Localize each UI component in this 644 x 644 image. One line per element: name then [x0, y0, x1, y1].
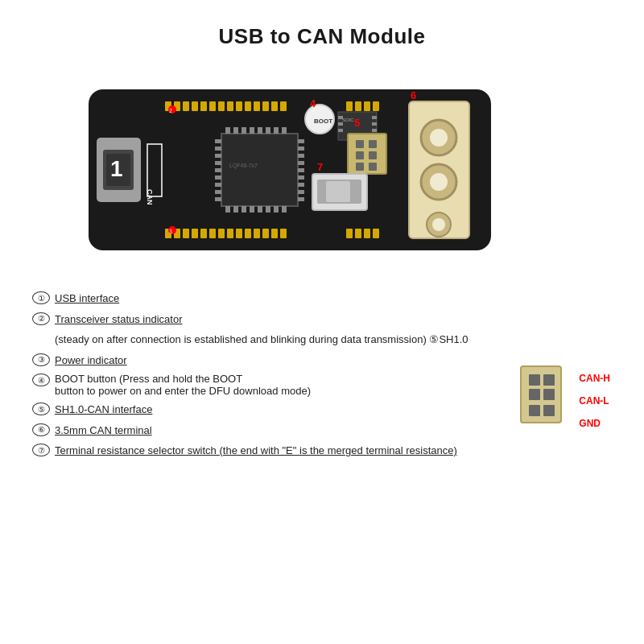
desc-num-6: ⑥ [32, 423, 50, 436]
svg-rect-49 [221, 134, 298, 206]
svg-rect-18 [200, 229, 207, 238]
svg-rect-87 [338, 122, 343, 126]
svg-rect-69 [215, 161, 221, 165]
svg-rect-99 [356, 163, 364, 171]
desc-item-1: ① USB interface [32, 291, 612, 307]
svg-text:4: 4 [310, 97, 316, 109]
svg-rect-97 [356, 151, 364, 159]
svg-point-110 [430, 173, 448, 191]
svg-rect-29 [355, 101, 361, 111]
svg-rect-91 [372, 129, 377, 132]
desc-text-4: BOOT button (Press and hold the BOOT [55, 373, 242, 385]
svg-rect-68 [215, 154, 221, 158]
svg-rect-67 [215, 147, 221, 151]
svg-rect-7 [227, 101, 233, 111]
desc-num-7: ⑦ [32, 444, 50, 456]
svg-rect-2 [183, 101, 189, 111]
svg-rect-59 [233, 206, 238, 213]
svg-rect-90 [372, 122, 377, 126]
svg-rect-62 [258, 206, 262, 213]
svg-rect-23 [245, 229, 251, 238]
svg-rect-5 [209, 101, 216, 111]
svg-rect-30 [364, 101, 370, 111]
svg-rect-102 [317, 180, 361, 204]
svg-rect-64 [274, 206, 279, 213]
svg-rect-89 [372, 116, 377, 119]
svg-rect-79 [298, 168, 304, 172]
svg-rect-103 [326, 181, 350, 202]
svg-rect-118 [529, 405, 540, 416]
svg-rect-27 [280, 229, 287, 238]
svg-rect-40 [147, 144, 162, 196]
svg-rect-50 [225, 127, 230, 134]
desc-item-2-sub: (steady on after connection is establish… [32, 332, 612, 348]
svg-rect-37 [103, 150, 134, 190]
desc-item-4: ④ BOOT button (Press and hold the BOOT b… [32, 373, 612, 397]
svg-rect-100 [369, 163, 377, 171]
svg-rect-19 [209, 229, 216, 238]
sh10-diagram: CAN-H CAN-L GND [519, 365, 564, 427]
svg-rect-31 [373, 101, 379, 111]
desc-num-5: ⑤ [32, 402, 50, 415]
svg-rect-113 [521, 366, 561, 423]
desc-text-2: Transceiver status indicator [55, 312, 612, 328]
desc-item-2: ② Transceiver status indicator [32, 312, 612, 328]
description-section: ① USB interface ② Transceiver status ind… [32, 291, 612, 464]
svg-rect-70 [215, 168, 221, 172]
svg-rect-83 [298, 197, 304, 201]
svg-rect-80 [298, 175, 304, 180]
svg-rect-15 [174, 229, 180, 238]
desc-num-4: ④ [32, 374, 50, 386]
desc-item-7: ⑦ Terminal resistance selector switch (t… [32, 443, 612, 459]
svg-point-111 [427, 213, 451, 237]
svg-rect-32 [346, 229, 353, 238]
svg-rect-88 [338, 129, 343, 132]
svg-text:6: 6 [411, 89, 416, 101]
svg-rect-95 [356, 140, 364, 148]
svg-rect-61 [250, 206, 254, 213]
svg-rect-105 [409, 101, 469, 238]
svg-rect-71 [215, 175, 221, 180]
svg-text:BOOT: BOOT [314, 118, 332, 125]
page-container: USB to CAN Module [0, 0, 644, 644]
svg-rect-114 [529, 374, 540, 386]
svg-point-112 [432, 218, 445, 231]
svg-rect-58 [225, 206, 230, 213]
svg-rect-119 [543, 405, 555, 416]
desc-text-1: USB interface [55, 291, 612, 307]
svg-rect-10 [254, 101, 260, 111]
svg-rect-81 [298, 183, 304, 187]
svg-point-42 [168, 105, 176, 114]
svg-rect-36 [97, 138, 141, 202]
svg-rect-86 [338, 116, 343, 119]
svg-rect-115 [543, 374, 555, 386]
svg-rect-1 [174, 101, 180, 111]
svg-rect-51 [233, 127, 238, 134]
svg-rect-34 [364, 229, 370, 238]
svg-rect-101 [312, 174, 367, 210]
svg-text:SOIC: SOIC [342, 118, 354, 122]
svg-rect-96 [369, 140, 377, 148]
svg-rect-25 [262, 229, 269, 238]
svg-rect-28 [346, 101, 353, 111]
svg-rect-63 [266, 206, 270, 213]
svg-rect-78 [298, 161, 304, 165]
svg-rect-65 [282, 206, 287, 213]
svg-text:5: 5 [354, 117, 360, 129]
svg-rect-93 [348, 134, 386, 174]
svg-rect-4 [200, 101, 207, 111]
svg-rect-57 [282, 127, 287, 134]
svg-rect-6 [218, 101, 225, 111]
svg-rect-54 [258, 127, 262, 134]
svg-rect-73 [215, 190, 221, 194]
sh10-diagram-container: CAN-H CAN-L GND [519, 365, 564, 427]
svg-rect-16 [183, 229, 189, 238]
desc-num-2: ② [32, 312, 50, 325]
svg-point-109 [421, 164, 456, 200]
svg-rect-53 [250, 127, 254, 134]
svg-point-107 [421, 120, 456, 155]
svg-rect-66 [215, 139, 221, 143]
svg-rect-35 [373, 229, 379, 238]
svg-rect-77 [298, 154, 304, 158]
pcb-board: 1 CAN 2 3 4 BOOT [89, 89, 491, 250]
